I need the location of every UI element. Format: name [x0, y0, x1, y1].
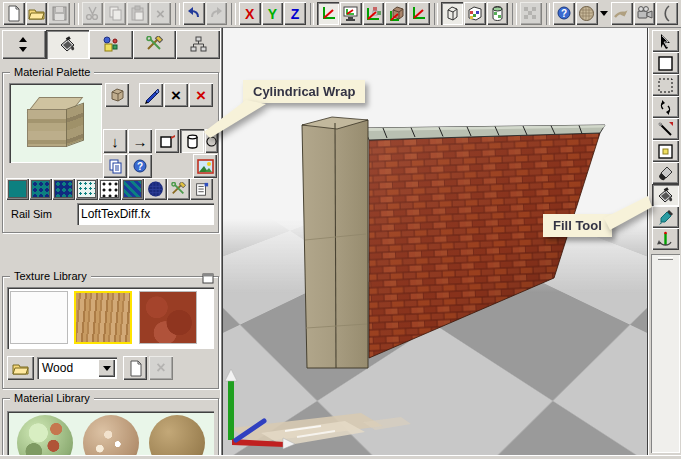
cube-axis-view-button[interactable]: [385, 2, 407, 25]
axis-x-button[interactable]: X: [239, 2, 261, 25]
delete-x-icon: ×: [156, 6, 165, 21]
image-icon: [197, 158, 214, 175]
wireframe-button[interactable]: [441, 2, 463, 25]
material-list: [7, 411, 214, 457]
help-icon: [556, 5, 573, 22]
copy-material-button[interactable]: [103, 154, 127, 178]
open-folder-icon: [28, 5, 45, 22]
checker-pattern-button[interactable]: [520, 2, 542, 25]
copy-button[interactable]: [104, 2, 126, 25]
marquee-tool-button[interactable]: [652, 74, 679, 96]
material-streaked-tan[interactable]: [83, 415, 139, 457]
axis-z-button[interactable]: Z: [284, 2, 306, 25]
swatch-dots-black-white[interactable]: [98, 178, 121, 200]
combobox-dropdown-button[interactable]: [98, 359, 115, 377]
swatch-solid-teal[interactable]: [6, 178, 29, 200]
material-cube-button[interactable]: [105, 83, 129, 107]
texture-category-combobox[interactable]: Wood: [37, 357, 117, 379]
eyedropper-icon: [657, 209, 674, 226]
material-sphere-button[interactable]: [576, 2, 598, 25]
texture-wood-selected[interactable]: [74, 291, 132, 344]
popout-window-icon[interactable]: [202, 273, 214, 284]
axis-box-view-button[interactable]: [408, 2, 430, 25]
application-window: × X Y Z: [0, 0, 681, 459]
cycle-tool-button[interactable]: [652, 96, 679, 118]
save-disk-icon: [51, 5, 68, 22]
swatch-dots-navy-teal[interactable]: [29, 178, 52, 200]
brick-wall[interactable]: [369, 133, 600, 358]
apply-down-button[interactable]: ↓: [103, 129, 127, 153]
save-button[interactable]: [48, 2, 70, 25]
swatch-dots-light-teal[interactable]: [75, 178, 98, 200]
image-texture-button[interactable]: [193, 154, 217, 178]
shader-file-input[interactable]: [77, 203, 214, 225]
splitter-grip[interactable]: [658, 257, 673, 260]
tab-scene-objects[interactable]: [89, 30, 133, 59]
new-file-icon: [127, 360, 144, 377]
swatch-weave-blue[interactable]: [121, 178, 144, 200]
bend-arrow-button[interactable]: [611, 2, 633, 25]
delete-texture-button[interactable]: ×: [149, 356, 173, 380]
open-texture-folder-button[interactable]: [7, 356, 34, 380]
cut-button[interactable]: [82, 2, 104, 25]
select-tool-button[interactable]: [652, 30, 679, 52]
textured-cube-icon: [466, 5, 483, 22]
channel-properties-button[interactable]: [190, 178, 213, 200]
swatch-dots-teal-navy[interactable]: [52, 178, 75, 200]
cube-axis-icon: [388, 5, 405, 22]
window-bottom-edge: [0, 455, 681, 459]
material-sphere-dropdown[interactable]: [599, 2, 610, 25]
tab-build-tools[interactable]: [133, 30, 177, 59]
hammer-wrench-icon: [171, 182, 186, 197]
tab-paint-material[interactable]: [46, 30, 90, 59]
new-texture-button[interactable]: [123, 356, 147, 380]
planar-wrap-button[interactable]: [155, 129, 179, 153]
gray-x-icon: ×: [156, 360, 165, 376]
region-tool-button[interactable]: [652, 140, 679, 162]
redo-button[interactable]: [206, 2, 228, 25]
material-brown[interactable]: [149, 415, 205, 457]
brush-tool-button[interactable]: [652, 162, 679, 184]
shader-row: Rail Sim: [3, 203, 220, 227]
open-button[interactable]: [26, 2, 48, 25]
clipped-icon: [659, 5, 676, 22]
camera-button[interactable]: [634, 2, 656, 25]
new-button[interactable]: [3, 2, 25, 25]
clipped-edge-button[interactable]: [656, 2, 678, 25]
clear-button[interactable]: ×: [164, 83, 188, 107]
paste-button[interactable]: [127, 2, 149, 25]
magic-wand-tool-button[interactable]: [652, 118, 679, 140]
tab-hierarchy[interactable]: [176, 30, 220, 59]
swatch-navy-sphere[interactable]: [144, 178, 167, 200]
rectangle-tool-button[interactable]: [652, 52, 679, 74]
copy-pages-icon: [107, 5, 124, 22]
monitor-view-button[interactable]: [340, 2, 362, 25]
tab-expand-collapse[interactable]: [2, 30, 46, 59]
channel-tools-button[interactable]: [167, 178, 190, 200]
texture-blank[interactable]: [10, 291, 68, 344]
axis-y-button[interactable]: Y: [262, 2, 284, 25]
rotate-tool-button[interactable]: [652, 228, 679, 250]
ink-pen-button[interactable]: [139, 83, 163, 107]
cycle-arrows-icon: [657, 99, 674, 116]
black-x-icon: ×: [171, 87, 181, 104]
textured-button[interactable]: [464, 2, 486, 25]
axis-view-button[interactable]: [317, 2, 339, 25]
fill-tool-button[interactable]: [652, 184, 679, 206]
green-axis: [228, 380, 234, 440]
textured-cylinder-button[interactable]: [487, 2, 509, 25]
delete-button[interactable]: ×: [150, 2, 172, 25]
material-help-button[interactable]: [128, 154, 152, 178]
eyedropper-tool-button[interactable]: [652, 206, 679, 228]
help-icon: [132, 158, 149, 175]
down-arrow-icon: ↓: [111, 134, 119, 149]
texture-red-clay[interactable]: [139, 291, 197, 344]
material-mottled-green[interactable]: [17, 415, 73, 457]
help-button[interactable]: [553, 2, 575, 25]
toolbar-separator: [310, 3, 315, 25]
apply-right-button[interactable]: →: [128, 129, 152, 153]
checker-axis-view-button[interactable]: [363, 2, 385, 25]
undo-button[interactable]: [183, 2, 205, 25]
concrete-pillar[interactable]: [302, 117, 368, 368]
toolbar-separator: [175, 3, 180, 25]
